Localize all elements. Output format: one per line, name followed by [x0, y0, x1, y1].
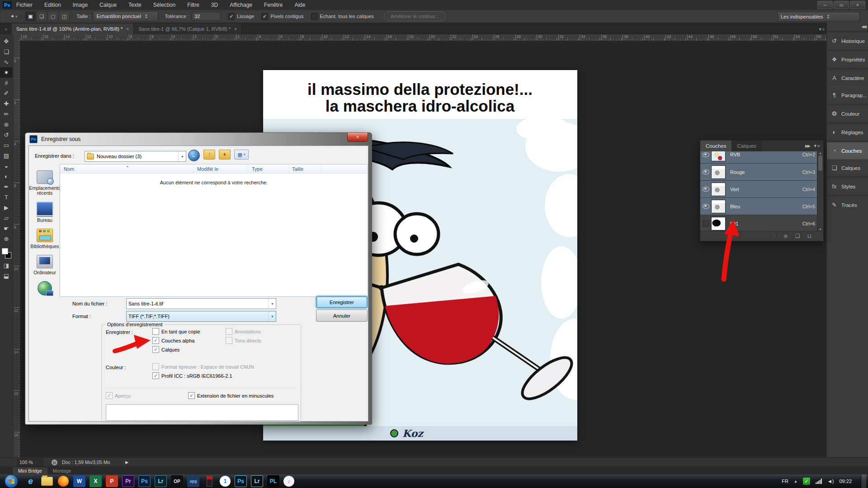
column-header-taille[interactable]: Taille	[288, 164, 321, 173]
delete-channel-icon[interactable]: ⊔	[807, 233, 811, 239]
hand-tool-icon[interactable]: ☛	[0, 223, 13, 234]
restore-icon[interactable]: ▭	[834, 1, 849, 9]
status-menu-arrow-icon[interactable]: ▶	[125, 460, 128, 465]
menu-calque[interactable]: Calque	[99, 2, 117, 8]
menu-affichage[interactable]: Affichage	[230, 2, 252, 8]
filename-input[interactable]: Sans titre-1-it.tif ▼	[126, 298, 276, 309]
clock[interactable]: 09:22	[839, 479, 852, 484]
crop-tool-icon[interactable]: #	[0, 78, 13, 88]
new-channel-icon[interactable]: ❏	[795, 233, 800, 239]
save-in-select[interactable]: Nouveau dossier (3) ▼	[85, 151, 186, 162]
tolerance-input[interactable]: 32	[192, 12, 221, 21]
lissage-checkbox[interactable]: ✓Lissage	[228, 13, 254, 20]
photoshop-alt-icon[interactable]: Ps	[235, 475, 247, 487]
menu-3d[interactable]: 3D	[211, 2, 218, 8]
tab-mini-bridge[interactable]: Mini Bridge	[13, 467, 47, 474]
healing-brush-tool-icon[interactable]: ✚	[0, 99, 13, 109]
visibility-empty-box[interactable]	[700, 220, 711, 227]
couches-alpha-checkbox[interactable]: ✓Couches alpha	[152, 337, 194, 344]
up-folder-button[interactable]: ↑	[203, 150, 215, 160]
scroll-down-icon[interactable]: ▼	[819, 228, 822, 231]
toolbox-collapse-icon[interactable]: »	[0, 27, 12, 34]
sample-size-select[interactable]: Echantillon ponctuel ▲▼	[93, 11, 158, 21]
vertical-ruler[interactable]: 024681012141618	[14, 41, 20, 457]
en-tant-que-copie-checkbox[interactable]: En tant que copie	[152, 328, 200, 335]
dock-panel-styles[interactable]: fxStyles	[827, 176, 868, 195]
place-emplacements-recents[interactable]: Emplacements récents	[30, 170, 59, 196]
cancel-button[interactable]: Annuler	[316, 310, 368, 322]
volume-icon[interactable]: ◄)	[827, 479, 834, 484]
dock-collapse-icon[interactable]: ◀◀	[861, 24, 866, 29]
place-bureau[interactable]: Bureau	[30, 202, 59, 223]
panel-collapse-icon[interactable]: ▶▶	[805, 144, 810, 148]
marquee-tool-icon[interactable]: ❏	[0, 47, 13, 57]
views-button[interactable]: ▦▾	[234, 150, 249, 160]
tab-close-icon[interactable]: ×	[234, 27, 237, 32]
echant-tous-les-calques-checkbox[interactable]: Echant. tous les calques	[311, 13, 374, 20]
pl-app-icon[interactable]: PL	[267, 475, 279, 487]
pixels-contigus-checkbox[interactable]: ✓Pixels contigus	[261, 13, 303, 20]
channel-row-rouge[interactable]: RougeCtrl+3	[700, 164, 823, 181]
zoom-tool-icon[interactable]: ⊕	[0, 234, 13, 244]
dialog-title-bar[interactable]: Ps Enregistrer sous	[25, 133, 372, 145]
foreground-color-swatch[interactable]	[2, 248, 8, 254]
channel-row-vert[interactable]: VertCtrl+4	[700, 181, 823, 198]
document-tab[interactable]: Sans titre-1-it.tif @ 100% (Arrière-plan…	[12, 23, 134, 34]
network-signal-icon[interactable]	[816, 479, 822, 484]
selection-mode-0-icon[interactable]: ▣	[25, 11, 36, 21]
document-tab[interactable]: Sans titre-1 @ 66,7% (Calque 1, RVB/8) *…	[134, 23, 242, 34]
load-selection-icon[interactable]: ◌	[773, 233, 776, 239]
minimize-icon[interactable]: ─	[817, 1, 833, 9]
menu-filtre[interactable]: Filtre	[187, 2, 199, 8]
eyedropper-tool-icon[interactable]: ✐	[0, 88, 13, 99]
channel-row-bleu[interactable]: BleuCtrl+5	[700, 198, 823, 215]
dock-panel-couches[interactable]: ◔Couches	[827, 141, 868, 159]
menu-fichier[interactable]: Fichier	[16, 2, 33, 8]
panel-tab-couches[interactable]: Couches	[700, 141, 731, 151]
current-tool-icon[interactable]: ✶ ▾	[7, 14, 21, 19]
extension-de-fichier-en-minuscules-checkbox[interactable]: ✓Extension de fichier en minuscules	[188, 392, 274, 399]
place-bibliotheques[interactable]: Bibliothèques	[30, 229, 59, 249]
dock-panel-reglages[interactable]: ◐Réglages	[827, 122, 868, 141]
premiere-icon[interactable]: Pr	[122, 475, 134, 487]
dock-panel-historique[interactable]: ↺Historique	[827, 31, 868, 49]
selection-mode-1-icon[interactable]: ❏	[36, 11, 47, 21]
visibility-eye-icon[interactable]	[700, 187, 711, 192]
onenote-badge-icon[interactable]: 1	[220, 476, 231, 487]
column-header-modifie-le[interactable]: Modifié le	[193, 164, 248, 173]
file-list[interactable]: Nom▴Modifié leTypeTaille Aucun élément n…	[60, 164, 368, 297]
dock-panel-caractere[interactable]: ACaractère	[827, 68, 868, 86]
powerpoint-icon[interactable]: P	[106, 475, 118, 487]
screen-mode-icon[interactable]: ⬓	[0, 271, 13, 281]
dock-panel-paragrap[interactable]: ¶Paragrap...	[827, 86, 868, 103]
channel-row-001[interactable]: 001Ctrl+6	[700, 215, 823, 231]
lasso-tool-icon[interactable]: ∿	[0, 57, 13, 67]
clone-stamp-tool-icon[interactable]: ⊛	[0, 119, 13, 130]
place-network[interactable]	[30, 281, 59, 296]
excel-icon[interactable]: X	[90, 475, 102, 487]
photoshop-icon[interactable]: Ps	[138, 475, 151, 487]
start-button[interactable]	[5, 474, 18, 488]
menu-image[interactable]: Image	[73, 2, 88, 8]
menu-selection[interactable]: Sélection	[153, 2, 175, 8]
menu-texte[interactable]: Texte	[128, 2, 142, 8]
apg-app-icon[interactable]: apg	[187, 475, 199, 487]
selection-mode-3-icon[interactable]: ◫	[59, 11, 70, 21]
menu-aide[interactable]: Aide	[294, 2, 305, 8]
blur-tool-icon[interactable]: ◒	[0, 161, 13, 171]
channels-scrollbar[interactable]: ▲▼	[817, 151, 823, 231]
close-icon[interactable]: ×	[850, 1, 865, 9]
quick-mask-icon[interactable]: ◨	[0, 260, 13, 271]
tray-expand-icon[interactable]: ▲	[794, 479, 797, 483]
pen-tool-icon[interactable]: ✒	[0, 182, 13, 192]
horizontal-ruler[interactable]: 1816141210864202468101214161820222426283…	[20, 34, 826, 41]
battery-widget-icon[interactable]	[203, 475, 216, 487]
gradient-tool-icon[interactable]: ▨	[0, 150, 13, 161]
profil-icc-srgb-iec61966-2-1-checkbox[interactable]: ✓Profil ICC : sRGB IEC61966-2.1	[152, 372, 232, 379]
column-header-nom[interactable]: Nom▴	[60, 164, 193, 173]
save-button[interactable]: Enregistrer	[316, 296, 368, 308]
eraser-tool-icon[interactable]: ▭	[0, 140, 13, 150]
menu-edition[interactable]: Edition	[44, 2, 61, 8]
color-swatches[interactable]	[0, 247, 13, 260]
word-icon[interactable]: W	[73, 475, 85, 487]
